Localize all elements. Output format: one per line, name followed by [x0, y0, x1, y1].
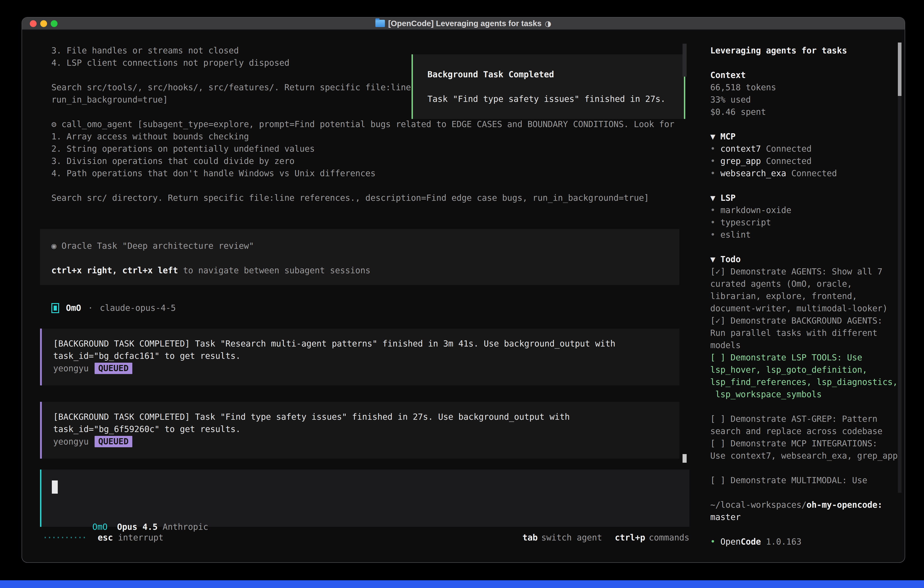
terminal-line: Context: [710, 69, 901, 81]
terminal-line: document-writer, multimodal-looker): [710, 302, 901, 315]
text-cursor: [52, 481, 58, 494]
ctrlp-key-hint: ctrl+p: [615, 533, 645, 543]
esc-key-hint: esc: [98, 533, 113, 543]
terminal-line: [✓] Demonstrate BACKGROUND AGENTS:: [710, 315, 901, 327]
message-meta: yeongyu QUEUED: [53, 435, 679, 448]
message-author: yeongyu: [53, 363, 89, 373]
message-author: yeongyu: [53, 437, 89, 447]
terminal-line: $0.46 spent: [710, 106, 901, 118]
terminal-line: Run parallel tasks with different: [710, 327, 901, 339]
terminal-line: [ ] Demonstrate AST-GREP: Pattern: [710, 413, 901, 425]
terminal-line: [710, 241, 901, 253]
provider-label: Anthropic: [163, 522, 208, 532]
message-line2: task_id="bg_dcfac161" to get results.: [53, 350, 679, 362]
input-status-line: OmOOpus 4.5Anthropic: [52, 509, 208, 521]
terminal-line: ▼ MCP: [710, 130, 901, 143]
scrollbar-thumb-bottom[interactable]: [683, 454, 686, 463]
status-bar-left: ·········· esc interrupt: [43, 532, 163, 543]
message-meta: yeongyu QUEUED: [53, 362, 679, 375]
scrollbar-thumb-top[interactable]: [683, 44, 686, 77]
terminal-line: librarian, explore, frontend,: [710, 290, 901, 302]
terminal-line: • typescript: [710, 216, 901, 229]
tab-key-hint: tab: [523, 533, 538, 543]
main-scrollbar[interactable]: [683, 44, 686, 535]
status-bar: ·········· esc interrupt tab switch agen…: [43, 531, 690, 543]
terminal-line: search and replace across codebase: [710, 425, 901, 438]
terminal-line: ~/local-workspaces/oh-my-opencode:: [710, 499, 901, 511]
terminal-line: [710, 180, 901, 192]
sidebar-scrollbar-thumb[interactable]: [898, 43, 901, 96]
terminal-line: lsp_hover, lsp_goto_definition,: [710, 364, 901, 376]
opencode-window: [OpenCode] Leveraging agents for tasks ◑…: [21, 17, 905, 563]
terminal-line: [710, 401, 901, 413]
terminal-line: [710, 57, 901, 69]
terminal-line: 66,518 tokens: [710, 81, 901, 94]
terminal-line: models: [710, 339, 901, 352]
terminal-line: master: [710, 511, 901, 524]
terminal-line: [ ] Demonstrate LSP TOOLS: Use: [710, 352, 901, 364]
terminal-line: • eslint: [710, 229, 901, 241]
prompt-input[interactable]: OmOOpus 4.5Anthropic: [40, 469, 690, 527]
terminal-line: [710, 487, 901, 499]
terminal-line: ▼ LSP: [710, 192, 901, 204]
message-line1: [BACKGROUND TASK COMPLETED] Task "Find t…: [53, 411, 679, 423]
terminal-line: [ ] Demonstrate MCP INTEGRATIONS:: [710, 438, 901, 450]
queue-dots: ··········: [43, 532, 86, 543]
queued-badge: QUEUED: [94, 436, 132, 447]
status-bar-right: tab switch agent ctrl+p commands: [523, 533, 690, 543]
queued-badge: QUEUED: [94, 363, 132, 374]
terminal-line: ▼ Todo: [710, 253, 901, 266]
terminal-line: lsp_workspace_symbols: [710, 388, 901, 401]
sidebar: Leveraging agents for tasks Context66,51…: [710, 45, 901, 548]
terminal-line: • context7 Connected: [710, 143, 901, 155]
terminal-line: curated agents (OmO, oracle,: [710, 278, 901, 290]
terminal-line: Leveraging agents for tasks: [710, 45, 901, 57]
terminal-line: [710, 118, 901, 130]
background-task-message: [BACKGROUND TASK COMPLETED] Task "Find t…: [40, 402, 679, 459]
terminal-line: • grep_app Connected: [710, 155, 901, 167]
esc-key-label: interrupt: [118, 533, 163, 543]
terminal-line: • websearch_exa Connected: [710, 167, 901, 180]
sidebar-scrollbar[interactable]: [898, 43, 901, 493]
desktop-wallpaper-strip: [0, 580, 924, 588]
tab-key-label: switch agent: [541, 533, 602, 543]
desktop: [OpenCode] Leveraging agents for tasks ◑…: [0, 0, 924, 588]
model-label: Opus 4.5: [117, 522, 158, 532]
terminal-line: • markdown-oxide: [710, 204, 901, 216]
terminal-line: [ ] Demonstrate MULTIMODAL: Use: [710, 474, 901, 487]
terminal-line: [710, 462, 901, 474]
background-task-message: [BACKGROUND TASK COMPLETED] Task "Resear…: [40, 329, 679, 385]
terminal-line: lsp_find_references, lsp_diagnostics,: [710, 376, 901, 388]
terminal-line: [710, 524, 901, 536]
terminal-line: [✓] Demonstrate AGENTS: Show all 7: [710, 266, 901, 278]
terminal-line: 33% used: [710, 94, 901, 106]
message-line1: [BACKGROUND TASK COMPLETED] Task "Resear…: [53, 338, 679, 350]
terminal-line: • OpenCode 1.0.163: [710, 536, 901, 548]
terminal-line: Use context7, websearch_exa, grep_app: [710, 450, 901, 462]
message-line2: task_id="bg_6f59260c" to get results.: [53, 423, 679, 435]
active-agent-label: OmO: [92, 522, 107, 532]
